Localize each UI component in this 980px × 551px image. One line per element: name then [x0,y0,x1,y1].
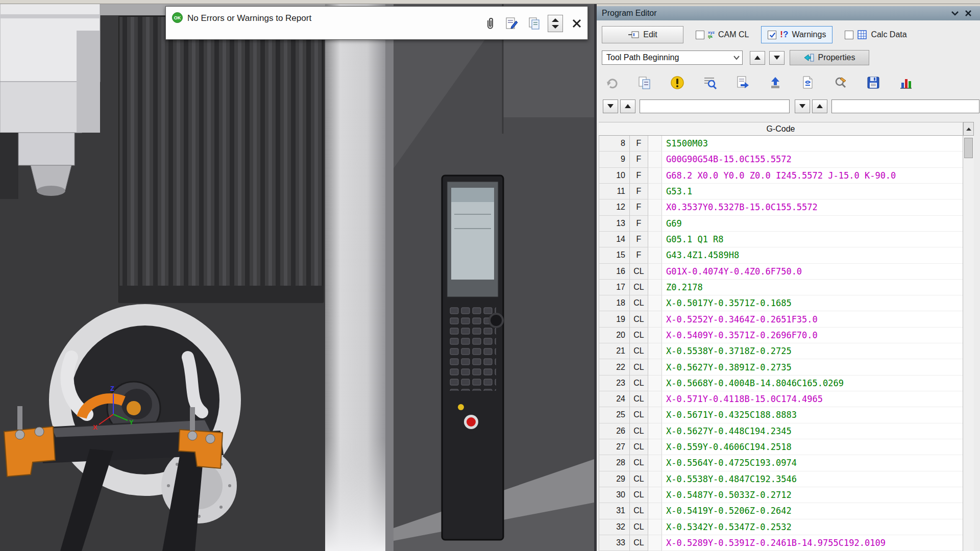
properties-button[interactable]: Properties [790,50,869,65]
way-cover-bellows [119,16,323,303]
nav-up-button[interactable] [750,51,765,65]
warnings-toggle[interactable]: !? Warnings [761,26,832,43]
gcode-row[interactable]: 30CLX-0.5487Y-0.5033Z-0.2712 [599,487,963,503]
edit-button[interactable]: Edit [602,26,683,43]
scrollbar-thumb[interactable] [964,138,973,158]
gcode-row[interactable]: 27CLX-0.559Y-0.4606C194.2518 [599,439,963,455]
next-tool-button[interactable] [766,73,785,92]
gcode-row[interactable]: 23CLX-0.5668Y-0.4004B-14.8046C165.0269 [599,375,963,391]
gcode-row[interactable]: 10FG68.2 X0.0 Y0.0 Z0.0 I245.5572 J-15.0… [599,168,963,184]
row-gutter [648,439,662,455]
calc-data-toggle[interactable]: Calc Data [845,30,906,40]
gcode-row[interactable]: 19CLX-0.5252Y-0.3464Z-0.2651F35.0 [599,311,963,327]
gcode-row[interactable]: 12FX0.3537Y0.5327B-15.0C155.5572 [599,199,963,215]
save-button[interactable] [864,73,883,92]
goto-line-button[interactable] [733,73,752,92]
search-right-up-button[interactable] [812,99,827,113]
gcode-row[interactable]: 11FG53.1 [599,184,963,199]
record-type: CL [630,423,648,439]
gcode-row[interactable]: 28CLX-0.5564Y-0.4725C193.0974 [599,455,963,471]
search-left-up-button[interactable] [620,99,635,113]
nav-down-button[interactable] [769,51,785,65]
inspect-gcode-button[interactable] [831,73,850,92]
viewport-3d[interactable]: Z X Y [0,0,594,551]
gcode-row[interactable]: 18CLX-0.5017Y-0.3571Z-0.1685 [599,295,963,311]
gcode-scrollbar[interactable] [963,122,974,551]
program-editor-panel: Program Editor Edit [597,0,980,551]
search-left-down-button[interactable] [603,99,618,113]
gcode-row[interactable]: 22CLX-0.5627Y-0.3891Z-0.2735 [599,359,963,375]
gcode-row[interactable]: 9FG00G90G54B-15.0C155.5572 [599,152,963,167]
warning-icon [670,76,684,90]
compare-files-button[interactable] [635,73,654,92]
gcode-row[interactable]: 14FG05.1 Q1 R8 [599,232,963,247]
gcode-text: X-0.5342Y-0.5347Z-0.2532 [662,519,963,535]
search-input-right[interactable] [831,99,979,113]
triangle-down-icon [773,55,780,60]
gcode-row[interactable]: 13FG69 [599,216,963,232]
gcode-row[interactable]: 15FG43.4Z1.4589H8 [599,247,963,263]
window-top-edge [0,0,980,4]
copy-report-button[interactable] [527,15,542,32]
gcode-row[interactable]: 16CLG01X-0.4074Y-0.4Z0.6F750.0 [599,264,963,280]
line-number: 15 [599,247,630,263]
panel-collapse-button[interactable] [948,8,962,19]
line-number: 29 [599,471,630,487]
reset-button[interactable] [603,73,621,92]
gcode-row[interactable]: 31CLX-0.5419Y-0.5206Z-0.2642 [599,503,963,519]
line-number: 8 [599,136,630,152]
gcode-text: X-0.5538Y-0.3718Z-0.2725 [662,343,963,359]
expand-collapse-button[interactable] [548,15,563,32]
panel-close-button[interactable] [962,8,975,19]
statistics-button[interactable] [897,73,915,92]
record-type: CL [630,503,648,519]
search-input-left[interactable] [640,99,790,113]
cam-cl-checkbox[interactable] [696,31,704,39]
gcode-text: X-0.5671Y-0.4325C188.8883 [662,407,963,423]
bar-chart-icon [899,76,913,90]
gcode-text: X-0.5627Y-0.448C194.2345 [662,423,963,439]
cam-cl-toggle[interactable]: xyz ijk CAM CL [696,30,749,39]
search-gcode-button[interactable] [701,73,719,92]
gcode-text: X-0.5538Y-0.4847C192.3546 [662,471,963,487]
nc-program-icon [801,76,815,90]
line-number: 25 [599,407,630,423]
gcode-row[interactable]: 17CLZ0.2178 [599,280,963,295]
control-panel [442,176,503,540]
gcode-row[interactable]: 32CLX-0.5342Y-0.5347Z-0.2532 [599,519,963,535]
row-gutter [648,375,662,391]
gcode-text: G68.2 X0.0 Y0.0 Z0.0 I245.5572 J-15.0 K-… [662,168,963,184]
nc-program-button[interactable] [799,73,817,92]
gcode-row[interactable]: 21CLX-0.5538Y-0.3718Z-0.2725 [599,343,963,359]
gcode-text: X0.3537Y0.5327B-15.0C155.5572 [662,199,963,215]
gcode-text: X-0.5252Y-0.3464Z-0.2651F35.0 [662,311,963,327]
warnings-checkbox[interactable] [768,31,776,39]
record-type: CL [630,328,648,343]
record-type: F [630,232,648,247]
panel-knob [489,314,503,327]
edit-report-button[interactable] [504,15,519,32]
gcode-row[interactable]: 33CLX-0.5289Y-0.5391Z-0.2461B-14.9755C19… [599,535,963,551]
gcode-row[interactable]: 24CLX-0.571Y-0.4118B-15.0C174.4965 [599,391,963,407]
row-gutter [648,216,662,232]
gcode-row[interactable]: 29CLX-0.5538Y-0.4847C192.3546 [599,471,963,487]
toolpath-position-dropdown[interactable]: Tool Path Beginning [602,51,743,65]
gcode-table: 8FS1500M039FG00G90G54B-15.0C155.557210FG… [599,136,963,551]
scroll-up-button[interactable] [963,122,974,136]
record-type: F [630,168,648,184]
gcode-row[interactable]: 25CLX-0.5671Y-0.4325C188.8883 [599,407,963,423]
search-right-down-button[interactable] [795,99,810,113]
gcode-text: X-0.5564Y-0.4725C193.0974 [662,455,963,471]
gcode-row[interactable]: 8FS1500M03 [599,136,963,152]
close-message-button[interactable] [569,15,584,32]
gcode-row[interactable]: 26CLX-0.5627Y-0.448C194.2345 [599,423,963,439]
line-number: 31 [599,503,630,519]
goto-line-icon [736,76,750,90]
calc-data-checkbox[interactable] [845,31,853,39]
show-warnings-button[interactable] [668,73,687,92]
row-gutter [648,184,662,199]
gcode-row[interactable]: 20CLX-0.5409Y-0.3571Z-0.2696F70.0 [599,328,963,343]
row-gutter [648,519,662,535]
row-gutter [648,311,662,327]
attach-report-button[interactable] [482,15,498,32]
